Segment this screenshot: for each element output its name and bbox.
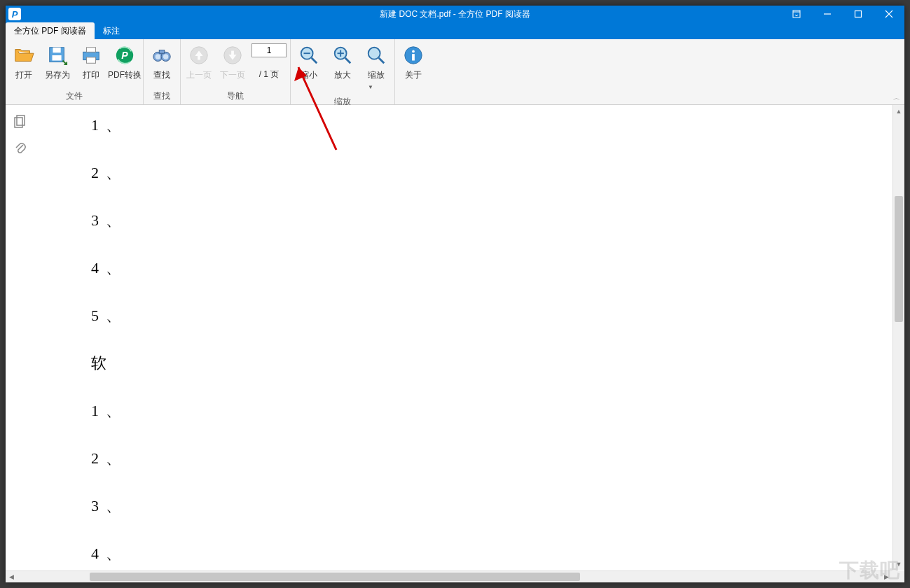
text-line: 2 、 xyxy=(91,448,904,469)
zoom-label: 缩放▼ xyxy=(368,69,385,91)
about-button[interactable]: 关于 xyxy=(397,41,430,85)
vertical-scrollbar[interactable]: ▲ ▼ xyxy=(892,105,904,570)
svg-rect-10 xyxy=(86,48,95,52)
svg-rect-33 xyxy=(15,118,22,127)
ribbon-group-find: 查找 查找 xyxy=(144,39,181,104)
save-as-icon xyxy=(46,44,69,66)
scroll-up-icon[interactable]: ▲ xyxy=(893,105,904,117)
svg-line-29 xyxy=(379,58,385,64)
svg-rect-34 xyxy=(17,115,25,125)
svg-rect-8 xyxy=(53,55,62,61)
svg-rect-3 xyxy=(855,11,862,18)
zoom-in-button[interactable]: 放大 xyxy=(326,41,359,85)
pdf-convert-label: PDF转换 xyxy=(108,69,142,81)
tab-annotate[interactable]: 标注 xyxy=(95,22,128,39)
scroll-down-icon[interactable]: ▼ xyxy=(893,558,904,570)
text-line: 4 、 xyxy=(91,258,904,279)
chevron-down-icon: ▼ xyxy=(368,84,373,90)
open-label: 打开 xyxy=(15,69,32,81)
page-number-input[interactable] xyxy=(251,43,287,57)
pages-panel-button[interactable] xyxy=(12,113,29,130)
next-page-button[interactable]: 下一页 xyxy=(216,41,249,85)
horizontal-scrollbar[interactable]: ◀ ▶ xyxy=(6,570,892,582)
svg-rect-32 xyxy=(412,54,415,60)
printer-icon xyxy=(80,44,102,66)
ribbon: 打开 另存为 打印 P xyxy=(6,39,904,105)
page-number-control: / 1 页 xyxy=(249,41,289,83)
text-line: 1 、 xyxy=(91,115,904,136)
svg-line-22 xyxy=(312,58,317,64)
ribbon-group-about: 关于 xyxy=(395,39,432,104)
save-as-button[interactable]: 另存为 xyxy=(41,41,74,85)
info-circle-icon xyxy=(402,44,425,66)
svg-point-17 xyxy=(163,54,169,59)
close-button[interactable] xyxy=(874,6,904,22)
content-area: 1 、 2 、 3 、 4 、 5 、 软 1 、 2 、 3 、 4 、 软 … xyxy=(6,105,904,582)
text-line: 1 、 xyxy=(91,400,904,421)
collapse-ribbon-button[interactable]: ︿ xyxy=(893,93,900,103)
find-label: 查找 xyxy=(153,69,170,81)
magnifier-icon xyxy=(365,44,387,66)
hscroll-thumb[interactable] xyxy=(90,573,580,581)
maximize-button[interactable] xyxy=(843,6,874,22)
text-line: 3 、 xyxy=(91,496,904,517)
svg-point-16 xyxy=(156,54,161,59)
app-logo-icon: P xyxy=(8,8,21,20)
arrow-down-circle-icon xyxy=(221,44,244,66)
document-page: 1 、 2 、 3 、 4 、 5 、 软 1 、 2 、 3 、 4 、 软 xyxy=(35,105,904,582)
scroll-left-icon[interactable]: ◀ xyxy=(6,571,18,582)
print-label: 打印 xyxy=(83,69,99,81)
ribbon-group-nav: 上一页 下一页 / 1 页 导航 xyxy=(181,39,291,104)
save-as-label: 另存为 xyxy=(45,69,70,81)
text-line: 4 、 xyxy=(91,543,904,564)
print-button[interactable]: 打印 xyxy=(74,41,108,85)
app-window: P 新建 DOC 文档.pdf - 全方位 PDF 阅读器 全方位 PDF 阅读… xyxy=(6,6,904,582)
pdf-convert-icon: P xyxy=(113,44,136,66)
text-line: 软 xyxy=(91,353,904,374)
svg-rect-11 xyxy=(86,57,95,63)
titlebar: P 新建 DOC 文档.pdf - 全方位 PDF 阅读器 xyxy=(6,6,904,22)
zoom-in-icon xyxy=(331,44,354,66)
text-line: 3 、 xyxy=(91,210,904,231)
window-title: 新建 DOC 文档.pdf - 全方位 PDF 阅读器 xyxy=(6,8,904,20)
left-sidebar xyxy=(6,105,35,582)
document-viewport[interactable]: 1 、 2 、 3 、 4 、 5 、 软 1 、 2 、 3 、 4 、 软 xyxy=(35,105,904,582)
zoom-dropdown-button[interactable]: 缩放▼ xyxy=(359,41,393,94)
svg-rect-18 xyxy=(159,50,165,54)
open-button[interactable]: 打开 xyxy=(7,41,41,85)
window-controls xyxy=(781,6,904,22)
svg-text:P: P xyxy=(121,50,128,61)
page-total-label: / 1 页 xyxy=(259,69,280,80)
text-line: 5 、 xyxy=(91,305,904,326)
vscroll-thumb[interactable] xyxy=(895,196,903,322)
pdf-convert-button[interactable]: P PDF转换 xyxy=(108,41,142,85)
svg-line-25 xyxy=(345,58,351,64)
zoom-in-label: 放大 xyxy=(334,69,351,81)
svg-point-28 xyxy=(368,48,380,59)
text-line: 2 、 xyxy=(91,162,904,183)
next-page-label: 下一页 xyxy=(220,69,245,81)
zoom-out-icon xyxy=(298,44,320,66)
prev-page-button[interactable]: 上一页 xyxy=(182,41,216,85)
group-file-label: 文件 xyxy=(7,89,142,104)
zoom-out-button[interactable]: 缩小 xyxy=(292,41,326,85)
group-find-label: 查找 xyxy=(145,89,179,104)
scroll-right-icon[interactable]: ▶ xyxy=(881,571,892,582)
folder-open-icon xyxy=(13,44,35,66)
minimize-button[interactable] xyxy=(812,6,843,22)
scroll-corner xyxy=(892,570,904,582)
find-button[interactable]: 查找 xyxy=(145,41,179,85)
arrow-up-circle-icon xyxy=(188,44,210,66)
attachments-panel-button[interactable] xyxy=(12,140,29,157)
ribbon-display-options-button[interactable] xyxy=(781,6,812,22)
svg-rect-7 xyxy=(53,48,60,53)
tab-reader[interactable]: 全方位 PDF 阅读器 xyxy=(6,22,95,39)
tab-row: 全方位 PDF 阅读器 标注 xyxy=(6,22,904,39)
about-label: 关于 xyxy=(405,69,422,81)
ribbon-group-zoom: 缩小 放大 缩放▼ 缩放 xyxy=(291,39,395,104)
binoculars-icon xyxy=(151,44,173,66)
group-nav-label: 导航 xyxy=(182,89,289,104)
prev-page-label: 上一页 xyxy=(186,69,212,81)
ribbon-group-file: 打开 另存为 打印 P xyxy=(6,39,144,104)
svg-point-31 xyxy=(412,50,415,53)
